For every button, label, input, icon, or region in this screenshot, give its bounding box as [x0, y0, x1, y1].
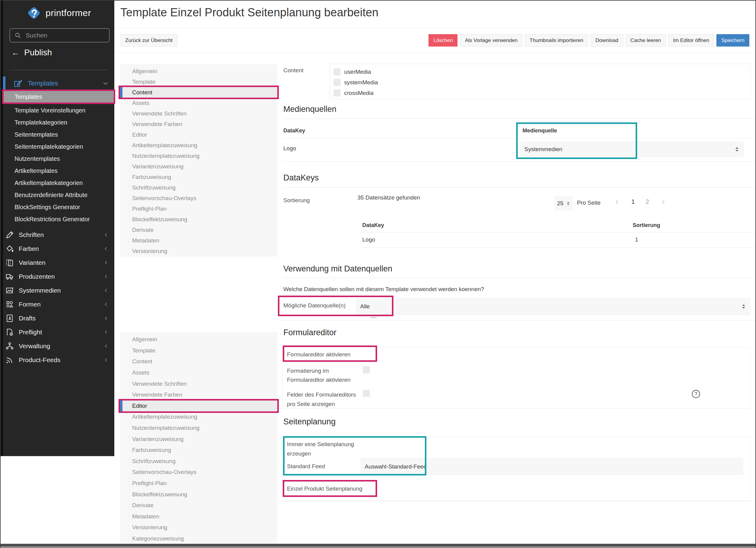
section-menu-item[interactable]: Assets	[120, 98, 277, 108]
section-menu-item[interactable]: Nutzentemplatezuweisung	[120, 151, 277, 161]
section-menu-item[interactable]: Farbzuweisung	[120, 445, 277, 456]
delete-button[interactable]: Löschen	[429, 34, 458, 47]
sidebar-sub-item[interactable]: Nutzentemplates	[3, 153, 114, 165]
media-option-row: userMedia	[334, 67, 750, 77]
datenquelle-select[interactable]: Alle	[356, 298, 751, 315]
section-menu-item[interactable]: Content	[120, 356, 277, 367]
back-nav[interactable]: Publish	[11, 48, 52, 57]
checkbox[interactable]	[334, 68, 341, 75]
section-menu-item[interactable]: Metadaten	[120, 511, 277, 522]
action-bar: Zurück zur Übersicht Löschen Als Vorlage…	[120, 34, 749, 47]
section-menu-item[interactable]: Preflight-Plan	[120, 204, 277, 214]
section-menu-item[interactable]: Derivate	[120, 500, 277, 511]
question-mark-icon[interactable]	[692, 390, 700, 398]
section-menu-item[interactable]: Blockeffektzuweisung	[120, 489, 277, 500]
sidebar-item[interactable]: Varianten	[3, 256, 114, 270]
section-menu-item[interactable]: Allgemein	[120, 334, 277, 345]
chevron-left-icon[interactable]	[614, 199, 621, 205]
section-menu-item[interactable]: Editor	[120, 400, 277, 412]
section-menu-item[interactable]: Kategoriezuweisung	[120, 533, 277, 544]
sidebar-sub-item[interactable]: Templatekategorien	[3, 116, 114, 129]
sidebar-sub-item[interactable]: BlockRestrictions Generator	[3, 213, 114, 225]
sidebar-sub-item[interactable]: Seitentemplates	[3, 129, 114, 141]
chevron-left-icon	[103, 343, 109, 349]
section-menu-top: Allgemein Template Content Assets Verwen…	[120, 64, 277, 257]
section-menu-item[interactable]: Variantenzuweisung	[120, 433, 277, 445]
section-menu-item[interactable]: Variantenzuweisung	[120, 161, 277, 172]
sidebar-search[interactable]	[10, 28, 109, 42]
sidebar-item[interactable]: Schriften	[3, 228, 114, 242]
printformer-logo-icon	[26, 5, 41, 21]
section-menu-item[interactable]: Allgemein	[120, 66, 277, 77]
chevron-left-icon	[103, 329, 109, 335]
section-menu-item[interactable]: Blockeffektzuweisung	[120, 214, 277, 225]
pagination: 1 2	[614, 198, 666, 205]
section-menu-item[interactable]: Template	[120, 77, 277, 87]
section-menu-item[interactable]: Verwendete Schriften	[120, 378, 277, 389]
section-menu-item[interactable]: Verwendete Schriften	[120, 108, 277, 119]
section-menu-item[interactable]: Derivate	[120, 225, 277, 235]
open-in-editor-button[interactable]: Im Editor öffnen	[668, 34, 714, 47]
sidebar-item[interactable]: Drafts	[3, 311, 114, 325]
sidebar-group-templates[interactable]: Templates	[3, 77, 114, 90]
logo-text: printformer	[46, 8, 91, 18]
felder-pro-seite-checkbox[interactable]	[363, 390, 370, 397]
download-button[interactable]: Download	[591, 34, 623, 47]
datenquellen-heading: Verwendung mit Datenquellen	[283, 264, 392, 274]
divider	[283, 138, 755, 139]
use-as-template-button[interactable]: Als Vorlage verwenden	[460, 34, 522, 47]
section-menu-item[interactable]: Assets	[120, 367, 277, 378]
search-input[interactable]	[25, 31, 105, 39]
page-number[interactable]: 2	[646, 198, 649, 205]
sidebar-sub-item[interactable]: Artikeltemplatekategorien	[3, 177, 114, 189]
section-menu-item[interactable]: Preflight-Plan	[120, 478, 277, 489]
section-menu-item[interactable]: Schriftzuweisung	[120, 182, 277, 193]
section-menu-item[interactable]: Verwendete Farben	[120, 389, 277, 400]
checkbox[interactable]	[334, 79, 341, 86]
section-menu-item[interactable]: Editor	[120, 129, 277, 140]
sidebar-sub-item[interactable]: Seitentemplatekategorien	[3, 141, 114, 153]
medienquellen-row-key: Logo	[283, 145, 296, 152]
formatierung-checkbox[interactable]	[363, 366, 370, 373]
sidebar-sub-item[interactable]: Artikeltemplates	[3, 165, 114, 177]
sidebar-sub-item[interactable]: Template Voreinstellungen	[3, 104, 114, 116]
section-menu-item[interactable]: Artikeltemplatezuweisung	[120, 411, 277, 422]
sidebar-sub-list: Templates Template Voreinstellungen Temp…	[3, 90, 114, 225]
back-to-overview-button[interactable]: Zurück zur Übersicht	[120, 34, 178, 47]
sidebar-sub-item[interactable]: Benutzerdefinierte Attribute	[3, 189, 114, 201]
section-menu-item[interactable]: Versionierung	[120, 246, 277, 256]
per-page-select[interactable]: 25	[555, 196, 573, 211]
sidebar-sub-item[interactable]: BlockSettings Generator	[3, 201, 114, 213]
page-number-current[interactable]: 1	[631, 198, 635, 205]
import-thumbnails-button[interactable]: Thumbnails importieren	[525, 34, 588, 47]
sidebar-item[interactable]: Systemmedien	[3, 283, 114, 297]
section-menu-item[interactable]: Schriftzuweisung	[120, 456, 277, 467]
medienquellen-heading: Medienquellen	[283, 105, 337, 114]
sidebar-item[interactable]: Farben	[3, 242, 114, 256]
standard-feed-select[interactable]: Auswahl-Standard-Feed	[360, 458, 743, 475]
sidebar-item[interactable]: Product-Feeds	[3, 353, 114, 367]
section-menu-item[interactable]: Versionierung	[120, 522, 277, 533]
paint-bucket-icon	[5, 244, 15, 253]
section-menu-item[interactable]: Farbzuweisung	[120, 172, 277, 182]
medienquelle-select[interactable]: Systemmedien	[520, 141, 744, 157]
clear-cache-button[interactable]: Cache leeren	[626, 34, 666, 47]
sidebar-item[interactable]: Verwaltung	[3, 339, 114, 353]
sidebar-item[interactable]: Produzenten	[3, 270, 114, 283]
section-menu-item[interactable]: Content	[120, 87, 277, 98]
sidebar-item[interactable]: Formen	[3, 297, 114, 311]
sidebar-sub-item[interactable]: Templates	[3, 90, 114, 103]
section-menu-item[interactable]: Nutzentemplatezuweisung	[120, 422, 277, 434]
sidebar-item[interactable]: Preflight	[3, 325, 114, 339]
save-button[interactable]: Speichern	[716, 34, 749, 47]
chevron-right-icon[interactable]	[660, 199, 666, 205]
section-menu-item[interactable]: Seitenvorschau-Overlays	[120, 467, 277, 478]
section-menu-item[interactable]: Verwendete Farben	[120, 119, 277, 129]
section-menu-item[interactable]: Seitenvorschau-Overlays	[120, 193, 277, 204]
divider	[279, 320, 755, 321]
checkbox[interactable]	[334, 90, 341, 96]
scrollbar-thumb[interactable]	[370, 317, 377, 318]
section-menu-item[interactable]: Template	[120, 345, 277, 356]
section-menu-item[interactable]: Metadaten	[120, 235, 277, 246]
section-menu-item[interactable]: Artikeltemplatezuweisung	[120, 140, 277, 151]
